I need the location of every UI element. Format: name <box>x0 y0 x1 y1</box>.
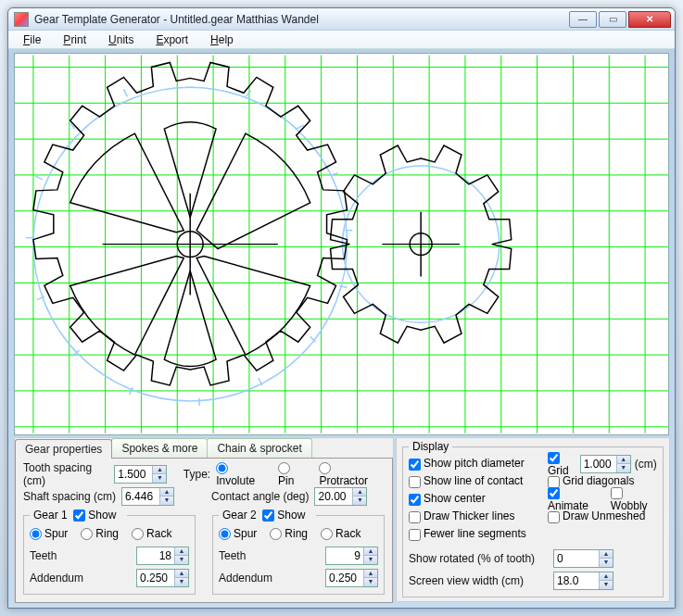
label-shaft-spacing: Shaft spacing (cm) <box>23 490 116 503</box>
menu-export[interactable]: Export <box>146 31 197 48</box>
check-show-gear1[interactable]: Show <box>73 509 116 522</box>
spin-down-icon[interactable]: ▼ <box>153 474 166 483</box>
menu-file[interactable]: File <box>14 31 50 48</box>
window-title: Gear Template Generator - Untitled.gear … <box>34 13 567 26</box>
gear-canvas[interactable] <box>14 53 669 435</box>
tab-spokes[interactable]: Spokes & more <box>111 438 208 458</box>
radio-g1-rack[interactable]: Rack <box>132 527 171 540</box>
input-contact-angle[interactable]: ▲▼ <box>314 487 367 506</box>
input-tooth-spacing[interactable]: ▲▼ <box>114 465 167 484</box>
app-window: Gear Template Generator - Untitled.gear … <box>7 7 676 609</box>
input-addendum2[interactable]: ▲▼ <box>325 569 378 587</box>
spin-up-icon[interactable]: ▲ <box>153 466 166 474</box>
radio-g2-rack[interactable]: Rack <box>321 527 360 540</box>
check-show-line[interactable]: Show line of contact <box>409 474 523 487</box>
bottom-panels: Gear properties Spokes & more Chain & sp… <box>14 437 669 602</box>
input-addendum1[interactable]: ▲▼ <box>136 569 189 587</box>
app-icon <box>14 12 29 27</box>
close-button[interactable]: ✕ <box>628 11 671 28</box>
label-tooth-spacing: Tooth spacing (cm) <box>23 461 108 487</box>
label-show-rotated: Show rotated (% of tooth) <box>409 552 548 565</box>
radio-pin[interactable]: Pin <box>278 461 306 487</box>
radio-g2-ring[interactable]: Ring <box>270 527 308 540</box>
menu-print[interactable]: Print <box>54 31 95 48</box>
radio-protractor[interactable]: Protractor <box>319 461 377 487</box>
menubar: File Print Units Export Help <box>8 31 675 48</box>
input-teeth1[interactable]: ▲▼ <box>136 547 189 565</box>
check-show-gear2[interactable]: Show <box>262 509 305 522</box>
input-screen-view[interactable]: ▲▼ <box>553 572 613 590</box>
input-teeth2[interactable]: ▲▼ <box>325 547 378 565</box>
minimize-button[interactable]: — <box>569 11 597 28</box>
check-fewer-seg[interactable]: Fewer line segments <box>409 527 526 540</box>
input-show-rotated[interactable]: ▲▼ <box>553 549 613 568</box>
tab-chain[interactable]: Chain & sprocket <box>207 438 311 458</box>
input-grid[interactable]: ▲▼ <box>580 455 631 473</box>
fieldset-gear2: Gear 2 Show Spur Ring Rack Teeth▲▼ Adden… <box>212 509 385 595</box>
svg-line-50 <box>35 176 43 180</box>
svg-line-52 <box>124 89 128 96</box>
menu-help[interactable]: Help <box>201 31 243 48</box>
tab-gear-properties[interactable]: Gear properties <box>15 439 112 459</box>
radio-g1-ring[interactable]: Ring <box>81 527 119 540</box>
svg-line-38 <box>246 91 251 96</box>
check-draw-unmeshed[interactable]: Draw Unmeshed <box>548 509 645 522</box>
check-show-pitch[interactable]: Show pitch diameter <box>409 457 525 470</box>
client-area: Gear properties Spokes & more Chain & sp… <box>8 49 675 608</box>
left-panel: Gear properties Spokes & more Chain & sp… <box>14 437 394 602</box>
radio-g2-spur[interactable]: Spur <box>219 527 257 540</box>
fieldset-display: Display Show pitch diameter Grid▲▼(cm) S… <box>402 440 664 597</box>
radio-g1-spur[interactable]: Spur <box>30 527 68 540</box>
titlebar[interactable]: Gear Template Generator - Untitled.gear … <box>8 8 675 31</box>
radio-involute[interactable]: Involute <box>216 461 265 487</box>
gear-drawing <box>15 54 668 434</box>
label-type: Type: <box>183 468 210 481</box>
menu-units[interactable]: Units <box>99 31 143 48</box>
check-show-center[interactable]: Show center <box>409 492 486 505</box>
right-panel: Display Show pitch diameter Grid▲▼(cm) S… <box>396 437 670 602</box>
input-shaft-spacing[interactable]: ▲▼ <box>121 487 174 506</box>
fieldset-gear1: Gear 1 Show Spur Ring Rack Teeth▲▼ Adden… <box>23 509 196 595</box>
label-screen-view: Screen view width (cm) <box>409 574 548 587</box>
check-draw-thick[interactable]: Draw Thicker lines <box>409 509 514 522</box>
maximize-button[interactable]: ▭ <box>599 11 626 28</box>
label-contact-angle: Contact angle (deg) <box>211 490 309 503</box>
